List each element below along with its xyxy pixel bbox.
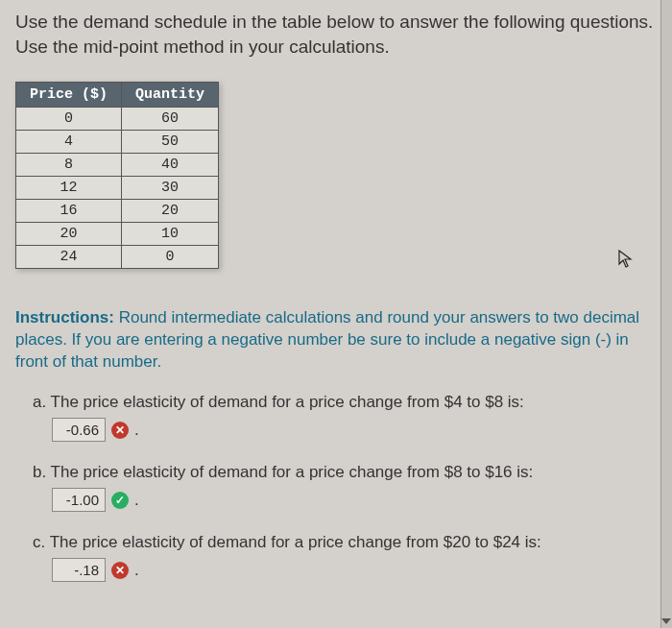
table-row: 240 (16, 246, 219, 269)
question-b: b. The price elasticity of demand for a … (15, 463, 657, 512)
table-row: 840 (16, 154, 219, 177)
question-b-text: b. The price elasticity of demand for a … (15, 463, 657, 482)
question-c: c. The price elasticity of demand for a … (15, 533, 657, 582)
period: . (134, 421, 139, 440)
table-row: 060 (16, 108, 219, 131)
table-row: 2010 (16, 223, 219, 246)
question-c-text: c. The price elasticity of demand for a … (15, 533, 657, 552)
question-a-text: a. The price elasticity of demand for a … (15, 393, 657, 412)
question-a: a. The price elasticity of demand for a … (15, 393, 657, 442)
period: . (134, 491, 139, 510)
intro-text: Use the demand schedule in the table bel… (15, 10, 657, 59)
wrong-icon: ✕ (111, 422, 129, 439)
right-icon: ✓ (111, 492, 129, 509)
period: . (134, 561, 139, 580)
table-row: 1230 (16, 177, 219, 200)
table-row: 1620 (16, 200, 219, 223)
scrollbar[interactable] (660, 0, 672, 628)
instructions-text: Instructions: Round intermediate calcula… (15, 307, 657, 374)
col-header-quantity: Quantity (122, 83, 219, 108)
table-row: 450 (16, 131, 219, 154)
col-header-price: Price ($) (16, 83, 122, 108)
cursor-icon (618, 250, 634, 274)
answer-input-c[interactable]: -.18 (52, 558, 106, 582)
answer-input-b[interactable]: -1.00 (52, 488, 106, 512)
demand-table: Price ($) Quantity 060 450 840 1230 1620… (15, 82, 219, 269)
instructions-label: Instructions: (15, 308, 114, 326)
answer-input-a[interactable]: -0.66 (52, 418, 106, 442)
wrong-icon: ✕ (111, 562, 129, 579)
chevron-down-icon[interactable] (661, 618, 671, 626)
